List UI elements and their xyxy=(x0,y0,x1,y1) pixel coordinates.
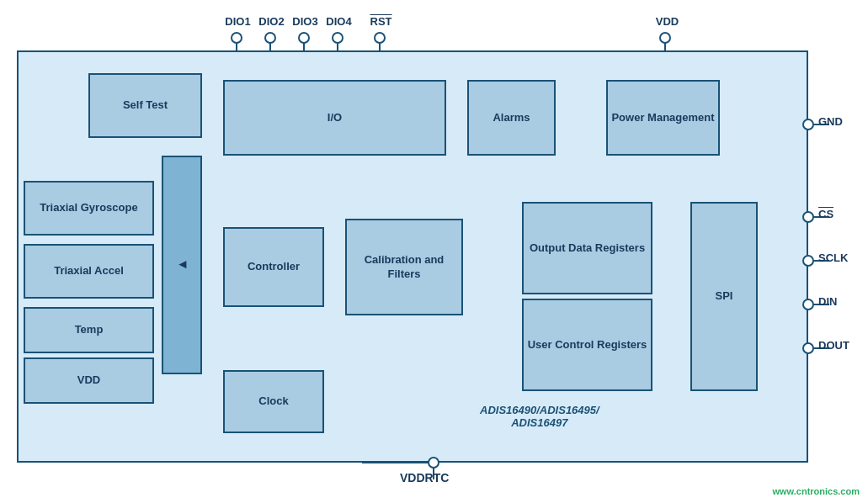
din-pin xyxy=(802,299,814,310)
clock-block: Clock xyxy=(223,370,324,433)
controller-block: Controller xyxy=(223,227,324,307)
sclk-pin xyxy=(802,255,814,267)
dio1-pin xyxy=(231,32,242,44)
vdd-top-label: VDD xyxy=(652,15,682,28)
watermark-label: www.cntronics.com xyxy=(772,486,860,496)
io-block: I/O xyxy=(223,80,446,156)
triaxial-gyro-block: Triaxial Gyroscope xyxy=(24,181,154,236)
alarms-block: Alarms xyxy=(467,80,556,156)
cs-pin xyxy=(802,211,814,223)
rst-label: RST xyxy=(366,15,396,28)
mux-bar: ▶ xyxy=(162,156,202,374)
cal-filters-block: Calibration and Filters xyxy=(345,219,463,315)
vdd-top-pin xyxy=(659,32,671,44)
triaxial-accel-block: Triaxial Accel xyxy=(24,244,154,299)
power-mgmt-block: Power Management xyxy=(606,80,720,156)
sclk-label: SCLK xyxy=(818,252,848,264)
dio1-label: DIO1 xyxy=(223,15,253,28)
spi-block: SPI xyxy=(690,202,758,391)
dout-pin xyxy=(802,342,814,354)
temp-block: Temp xyxy=(24,307,154,353)
rst-pin xyxy=(374,32,386,44)
output-data-reg-block: Output Data Registers xyxy=(522,202,652,294)
dio2-label: DIO2 xyxy=(257,15,286,28)
dio4-pin xyxy=(332,32,343,44)
dio3-label: DIO3 xyxy=(290,15,320,28)
dio3-pin xyxy=(298,32,310,44)
cs-label: CS xyxy=(818,208,833,220)
dio2-pin xyxy=(264,32,276,44)
self-test-block: Self Test xyxy=(88,73,202,138)
dout-label: DOUT xyxy=(818,339,849,352)
gnd-pin xyxy=(802,119,814,130)
dio4-label: DIO4 xyxy=(324,15,354,28)
vddrtc-label: VDDRTC xyxy=(400,471,449,484)
vddrtc-pin xyxy=(428,457,439,469)
user-ctrl-reg-block: User Control Registers xyxy=(522,299,652,391)
din-label: DIN xyxy=(818,295,837,308)
gnd-label: GND xyxy=(818,115,843,128)
diagram-container: DIO1 DIO2 DIO3 DIO4 RST VDD Self Test I/… xyxy=(0,0,868,503)
vdd-sensor-block: VDD xyxy=(24,357,154,404)
part-number-label: ADIS16490/ADIS16495/ADIS16497 xyxy=(480,404,599,429)
